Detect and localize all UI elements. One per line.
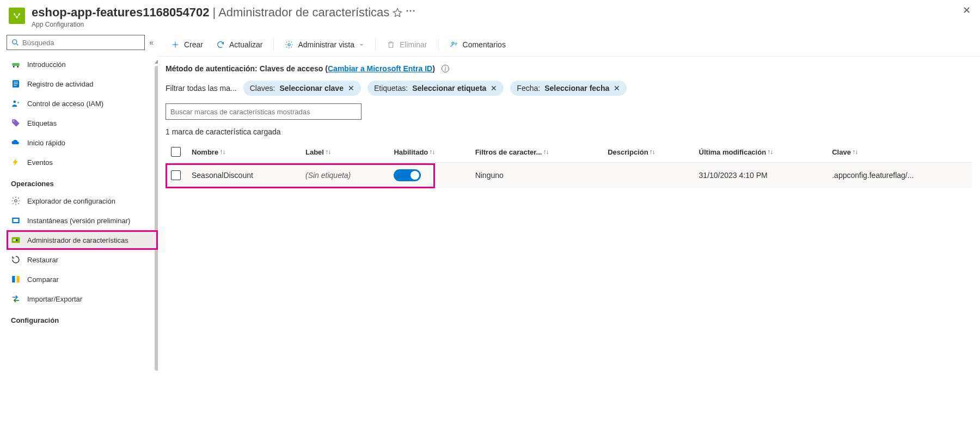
page-section: Administrador de características	[218, 5, 389, 19]
feature-flags-table: Nombre ↑↓ Label ↑↓ Habilitado ↑↓ Filtros…	[166, 142, 972, 188]
col-descripcion[interactable]: Descripción ↑↓	[602, 142, 693, 163]
toolbar: Crear Actualizar Administrar vista Elimi…	[158, 33, 980, 57]
toolbar-separator	[375, 38, 376, 51]
sidebar-item-eventos[interactable]: Eventos	[7, 152, 158, 172]
log-icon	[11, 79, 21, 89]
svg-point-3	[13, 40, 17, 44]
svg-rect-21	[17, 276, 20, 282]
comment-icon	[450, 40, 458, 49]
sidebar-item-iam[interactable]: Control de acceso (IAM)	[7, 94, 158, 113]
sidebar-section-configuracion: Configuración	[7, 309, 158, 328]
restore-icon	[11, 255, 21, 265]
svg-point-11	[14, 101, 16, 103]
svg-point-14	[15, 200, 17, 202]
collapse-sidebar-button[interactable]: «	[149, 38, 154, 47]
col-habilitado[interactable]: Habilitado ↑↓	[388, 142, 469, 163]
svg-point-19	[16, 239, 18, 241]
access-icon	[11, 99, 21, 108]
sort-icon: ↑↓	[429, 148, 434, 156]
sidebar: « Introducción Registro de actividad	[0, 33, 158, 424]
search-flags-input[interactable]	[170, 108, 357, 116]
svg-rect-20	[12, 276, 15, 282]
svg-point-13	[13, 120, 14, 121]
sort-icon: ↑↓	[767, 148, 773, 156]
search-flags-box[interactable]	[166, 103, 362, 120]
filter-pill-date[interactable]: Fecha: Seleccionar fecha ✕	[510, 81, 627, 96]
col-label[interactable]: Label ↑↓	[300, 142, 388, 163]
sidebar-item-etiquetas[interactable]: Etiquetas	[7, 113, 158, 133]
col-filtros[interactable]: Filtros de caracter... ↑↓	[470, 142, 603, 163]
page-header: eshop-app-features1168054702 | Administr…	[0, 0, 980, 33]
tag-icon	[11, 118, 21, 128]
info-icon[interactable]: i	[442, 65, 449, 72]
comments-button[interactable]: Comentarios	[444, 35, 511, 54]
sort-icon: ↑↓	[219, 148, 225, 156]
sidebar-item-introduccion[interactable]: Introducción	[7, 54, 158, 74]
sort-icon: ↑↓	[650, 148, 655, 156]
compare-icon	[11, 274, 21, 284]
svg-point-22	[288, 44, 290, 46]
sidebar-item-instantaneas[interactable]: Instantáneas (versión preliminar)	[7, 211, 158, 230]
select-all-checkbox[interactable]	[171, 147, 181, 157]
sort-icon: ↑↓	[543, 148, 548, 156]
snapshot-icon	[11, 216, 21, 225]
sidebar-item-explorador[interactable]: Explorador de configuración	[7, 191, 158, 211]
chevron-down-icon	[359, 42, 364, 47]
gear-icon	[11, 196, 21, 206]
favorite-star-icon[interactable]	[393, 8, 402, 17]
col-modificacion[interactable]: Última modificación ↑↓	[694, 142, 827, 163]
sidebar-search-input[interactable]	[22, 39, 140, 47]
import-export-icon	[11, 294, 21, 304]
svg-rect-16	[14, 219, 19, 222]
sidebar-item-comparar[interactable]: Comparar	[7, 269, 158, 289]
create-button[interactable]: Crear	[166, 35, 209, 54]
clear-keys-filter-icon[interactable]: ✕	[348, 84, 354, 92]
filter-pill-tags[interactable]: Etiquetas: Seleccionar etiqueta ✕	[367, 81, 504, 96]
car-icon	[11, 59, 21, 69]
cell-label: (Sin etiqueta)	[300, 163, 388, 188]
main-content: Crear Actualizar Administrar vista Elimi…	[158, 33, 980, 424]
sidebar-search-box[interactable]	[7, 35, 145, 50]
filter-pill-keys[interactable]: Claves: Seleccionar clave ✕	[243, 81, 361, 96]
close-button[interactable]: ✕	[963, 5, 971, 14]
table-row[interactable]: SeasonalDiscount (Sin etiqueta) Ninguno …	[166, 163, 972, 188]
manage-view-button[interactable]: Administrar vista	[279, 35, 369, 54]
sidebar-item-inicio-rapido[interactable]: Inicio rápido	[7, 133, 158, 152]
feature-icon	[11, 235, 21, 245]
resource-name: eshop-app-features1168054702	[32, 5, 210, 20]
loaded-count: 1 marca de característica cargada	[166, 127, 972, 136]
svg-rect-8	[14, 82, 18, 82]
toolbar-separator	[438, 38, 439, 51]
refresh-button[interactable]: Actualizar	[211, 35, 268, 54]
toolbar-separator	[273, 38, 274, 51]
svg-rect-9	[14, 83, 18, 84]
sidebar-item-registro[interactable]: Registro de actividad	[7, 74, 158, 94]
lightning-icon	[11, 157, 21, 167]
refresh-icon	[216, 40, 225, 49]
cloud-icon	[11, 138, 21, 148]
clear-tags-filter-icon[interactable]: ✕	[491, 84, 497, 92]
col-clave[interactable]: Clave ↑↓	[826, 142, 972, 163]
clear-date-filter-icon[interactable]: ✕	[614, 84, 620, 92]
sidebar-item-feature-manager[interactable]: Administrador de características	[7, 230, 158, 250]
more-icon[interactable]: ⋯	[406, 5, 415, 15]
plus-icon	[171, 40, 180, 49]
sidebar-section-operaciones: Operaciones	[7, 172, 158, 191]
sidebar-item-importar-exportar[interactable]: Importar/Exportar	[7, 289, 158, 309]
cell-modified: 31/10/2023 4:10 PM	[694, 163, 827, 188]
cell-name: SeasonalDiscount	[186, 163, 300, 188]
row-checkbox[interactable]	[171, 170, 181, 180]
settings-icon	[285, 40, 293, 49]
delete-button: Eliminar	[381, 35, 433, 54]
filter-row: Filtrar todas las ma... Claves: Seleccio…	[166, 81, 972, 96]
change-auth-link[interactable]: Cambiar a Microsoft Entra ID	[328, 64, 432, 73]
trash-icon	[387, 40, 395, 49]
resource-subtitle: App Configuration	[32, 21, 956, 28]
col-nombre[interactable]: Nombre ↑↓	[186, 142, 300, 163]
svg-point-6	[17, 66, 19, 67]
cell-filters: Ninguno	[470, 163, 603, 188]
svg-point-23	[452, 42, 454, 44]
sidebar-item-restaurar[interactable]: Restaurar	[7, 250, 158, 269]
enabled-toggle[interactable]	[394, 169, 421, 181]
svg-rect-4	[12, 63, 20, 66]
